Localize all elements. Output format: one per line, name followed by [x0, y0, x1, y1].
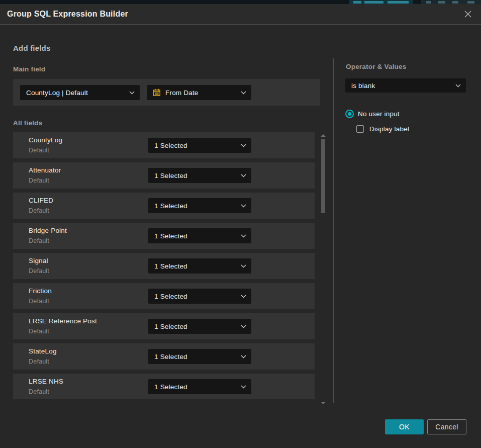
background-app-strip — [0, 0, 481, 4]
background-fragment — [467, 1, 474, 4]
all-fields-label: All fields — [13, 119, 42, 127]
field-selection-value: 1 Selected — [154, 293, 187, 300]
field-row: Signal Default 1 Selected — [13, 253, 315, 279]
ok-button[interactable]: OK — [385, 419, 424, 434]
all-fields-list: CountyLog Default 1 Selected Attenuator … — [13, 132, 315, 399]
layer-select[interactable]: CountyLog | Default — [20, 85, 140, 100]
chevron-down-icon — [241, 325, 246, 328]
dialog-header: Group SQL Expression Builder — [0, 4, 481, 25]
no-user-input-option[interactable]: No user input — [345, 110, 400, 118]
field-name: Friction — [29, 287, 52, 295]
scrollbar-thumb[interactable] — [321, 139, 325, 213]
calendar-icon — [153, 88, 161, 97]
close-icon — [464, 10, 472, 18]
radio-selected-icon[interactable] — [345, 110, 354, 118]
panel-divider — [333, 58, 334, 403]
background-fragment — [421, 0, 481, 4]
background-fragment — [364, 1, 383, 4]
field-sublabel: Default — [29, 147, 49, 154]
field-selection-dropdown[interactable]: 1 Selected — [148, 228, 251, 243]
chevron-down-icon — [241, 234, 246, 238]
field-selection-dropdown[interactable]: 1 Selected — [148, 168, 251, 183]
chevron-down-icon — [241, 385, 246, 389]
field-selection-dropdown[interactable]: 1 Selected — [148, 319, 251, 334]
dialog-title: Group SQL Expression Builder — [7, 10, 128, 19]
field-select[interactable]: From Date — [147, 85, 251, 100]
chevron-down-icon — [241, 91, 246, 95]
field-name: LRSE Reference Post — [29, 317, 97, 325]
field-row: LRSE NHS Default 1 Selected — [13, 374, 315, 399]
scroll-down-arrow-icon[interactable] — [321, 402, 326, 404]
field-selection-dropdown[interactable]: 1 Selected — [148, 289, 251, 304]
add-fields-heading: Add fields — [13, 44, 51, 52]
operator-select-value: is blank — [351, 82, 375, 89]
field-name: Attenuator — [29, 166, 61, 174]
field-row: CountyLog Default 1 Selected — [13, 132, 315, 158]
field-selection-value: 1 Selected — [154, 232, 187, 240]
background-fragment — [426, 1, 431, 4]
field-selection-value: 1 Selected — [154, 172, 187, 180]
field-row: Bridge Point Default 1 Selected — [13, 223, 315, 249]
field-selection-value: 1 Selected — [154, 202, 187, 210]
background-fragment — [349, 0, 413, 4]
list-scrollbar — [320, 132, 327, 405]
display-label-label[interactable]: Display label — [369, 125, 409, 133]
field-row: LRSE Reference Post Default 1 Selected — [13, 313, 315, 339]
chevron-down-icon — [241, 264, 246, 268]
field-selection-value: 1 Selected — [154, 353, 187, 361]
field-selection-dropdown[interactable]: 1 Selected — [148, 198, 251, 213]
field-sublabel: Default — [29, 267, 49, 275]
field-selection-value: 1 Selected — [154, 383, 187, 391]
no-user-input-label[interactable]: No user input — [358, 110, 400, 118]
field-row: Friction Default 1 Selected — [13, 283, 315, 309]
main-field-label: Main field — [13, 65, 45, 73]
field-row: CLIFED Default 1 Selected — [13, 193, 315, 219]
field-name: Bridge Point — [29, 227, 67, 234]
field-name: LRSE NHS — [29, 378, 63, 385]
chevron-down-icon — [241, 355, 246, 359]
close-button[interactable] — [463, 9, 473, 19]
field-name: CountyLog — [29, 136, 62, 144]
checkbox-unchecked-icon[interactable] — [356, 125, 364, 133]
field-selection-dropdown[interactable]: 1 Selected — [148, 349, 251, 364]
operator-values-heading: Operator & Values — [346, 63, 406, 70]
operator-select[interactable]: is blank — [345, 78, 466, 93]
field-selection-dropdown[interactable]: 1 Selected — [148, 138, 251, 153]
field-selection-dropdown[interactable]: 1 Selected — [148, 258, 251, 274]
background-fragment — [438, 1, 445, 4]
layer-select-value: CountyLog | Default — [26, 89, 88, 97]
display-label-option[interactable]: Display label — [356, 125, 409, 133]
field-name: CLIFED — [29, 197, 53, 204]
field-selection-value: 1 Selected — [154, 323, 187, 330]
field-row: StateLog Default 1 Selected — [13, 343, 315, 370]
chevron-down-icon — [241, 174, 246, 177]
background-fragment — [388, 1, 409, 4]
field-selection-value: 1 Selected — [154, 142, 187, 149]
field-sublabel: Default — [29, 298, 49, 305]
field-sublabel: Default — [29, 207, 49, 214]
field-name: StateLog — [29, 347, 57, 355]
field-row: Attenuator Default 1 Selected — [13, 162, 315, 189]
chevron-down-icon — [455, 84, 461, 87]
field-sublabel: Default — [29, 177, 49, 184]
field-select-value: From Date — [165, 89, 199, 97]
field-selection-value: 1 Selected — [154, 262, 187, 270]
field-selection-dropdown[interactable]: 1 Selected — [148, 379, 251, 394]
background-fragment — [452, 1, 458, 4]
cancel-button[interactable]: Cancel — [427, 419, 466, 434]
chevron-down-icon — [129, 91, 135, 95]
chevron-down-icon — [241, 204, 246, 208]
field-sublabel: Default — [29, 328, 49, 335]
field-sublabel: Default — [29, 388, 49, 395]
field-sublabel: Default — [29, 358, 49, 365]
chevron-down-icon — [241, 144, 246, 147]
scroll-up-arrow-icon[interactable] — [321, 134, 326, 137]
main-field-panel: CountyLog | Default From Date — [13, 79, 320, 106]
field-name: Signal — [29, 257, 48, 264]
background-fragment — [353, 1, 361, 4]
field-sublabel: Default — [29, 237, 49, 244]
group-sql-expression-builder-dialog: Group SQL Expression Builder Add fields … — [0, 4, 481, 448]
chevron-down-icon — [241, 295, 246, 298]
